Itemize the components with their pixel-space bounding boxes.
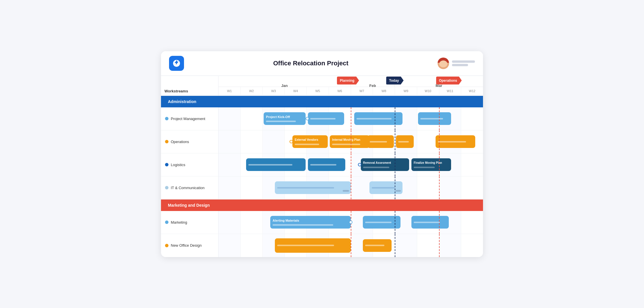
wbg2: [241, 130, 263, 153]
bar-inner8: [398, 141, 409, 142]
handle-it2: [396, 190, 401, 192]
wbg10: [417, 234, 439, 257]
wbg1: [218, 107, 241, 130]
wbg9: [395, 234, 417, 257]
header: Office Relocation Project: [161, 51, 483, 76]
bar-inner4: [420, 118, 443, 119]
milestone-alerting: [349, 220, 352, 224]
bar-inner19: [277, 245, 334, 246]
bar-inner7: [370, 141, 387, 142]
wbg2: [241, 234, 263, 257]
user-info: [438, 58, 475, 69]
dot-it: [165, 186, 168, 189]
week-w11: W11: [439, 87, 461, 95]
wbg2: [241, 107, 263, 130]
bar-finalize: Finalize Moving Plan: [411, 158, 451, 171]
wbg10: [417, 176, 439, 199]
bar-pm2: [308, 112, 344, 125]
wbg12: [461, 234, 483, 257]
gantt-wrapper: Workstreams Planning Today Operations Ja…: [161, 76, 483, 257]
week-w7: W7: [351, 87, 373, 95]
bar-inner9: [438, 141, 466, 142]
flag-today: Today: [386, 77, 403, 85]
milestone-ext-vendors: [290, 140, 293, 143]
row-label-mkt: Marketing: [161, 211, 218, 234]
bar-ops3: [367, 135, 394, 148]
month-jan: Jan: [218, 85, 351, 87]
avatar: [438, 58, 449, 69]
flag-operations: Operations: [436, 77, 462, 85]
week-w9: W9: [395, 87, 417, 95]
bar-kickoff: Project Kick-Off: [264, 112, 305, 125]
bar-removal: Removal Assesment: [361, 158, 409, 171]
dot-log: [165, 163, 168, 166]
wbg12: [461, 211, 483, 234]
month-mar: Mar: [395, 85, 483, 87]
wbg2: [241, 211, 263, 234]
row-logistics: Logistics Removal Assesment: [161, 153, 483, 176]
bar-log2: [308, 158, 345, 171]
week-w6: W6: [329, 87, 351, 95]
wbg1: [218, 130, 241, 153]
user-line-1: [452, 60, 475, 63]
wbg11: [439, 176, 461, 199]
gantt-cells-nod: [218, 234, 483, 257]
row-label-log: Logistics: [161, 153, 218, 176]
bar-external-vendors: External Vendors: [292, 135, 328, 148]
row-label-nod: New Office Design: [161, 234, 218, 257]
week-w10: W10: [417, 87, 439, 95]
bar-inner11: [310, 164, 336, 166]
row-new-office: New Office Design: [161, 234, 483, 257]
wbg2: [241, 176, 263, 199]
gantt-cells-ops: External Vendors Internal Moving Plan: [218, 130, 483, 153]
wbg12: [461, 176, 483, 199]
bar-inner3: [356, 118, 392, 119]
week-w12: W12: [461, 87, 483, 95]
bar-inner6: [332, 144, 360, 145]
wbg1: [218, 176, 241, 199]
bar-ops4: [396, 135, 413, 148]
bar-inner: [266, 121, 296, 122]
bar-it1: [275, 181, 351, 194]
handle-it1: [343, 190, 349, 192]
bar-mkt3: [411, 216, 449, 229]
row-label-pm: Project Management: [161, 107, 218, 130]
gantt-cells-mkt: Alerting Materials: [218, 211, 483, 234]
bar-inner18: [414, 222, 440, 223]
wbg11: [439, 234, 461, 257]
flag-planning: Planning: [337, 77, 359, 85]
wbg1: [218, 211, 241, 234]
bar-inner13: [414, 167, 435, 168]
bar-nod1: [275, 238, 351, 253]
row-label-ops: Operations: [161, 130, 218, 153]
milestone-kickoff: [306, 117, 309, 120]
section-administration: Administration: [161, 96, 483, 107]
dot-mkt: [165, 220, 168, 224]
row-label-it: IT & Communication: [161, 176, 218, 199]
dot-pm: [165, 117, 168, 120]
bar-inner17: [365, 222, 391, 223]
user-line-2: [452, 64, 468, 66]
week-w8: W8: [373, 87, 395, 95]
wbg1: [218, 234, 241, 257]
bar-alerting: Alerting Materials: [270, 216, 351, 229]
bar-pm3: [354, 112, 403, 125]
gantt-cells-it: [218, 176, 483, 199]
bar-inner20: [365, 245, 384, 246]
bar-inner10: [248, 164, 292, 166]
row-operations: Operations External Vendors Internal Mov…: [161, 130, 483, 153]
bar-inner15: [372, 187, 394, 189]
wbg12: [461, 107, 483, 130]
week-w4: W4: [285, 87, 307, 95]
dot-nod: [165, 244, 168, 247]
row-it: IT & Communication: [161, 176, 483, 199]
logo: [169, 56, 184, 71]
bar-inner12: [363, 167, 390, 168]
main-container: Office Relocation Project Workstreams Pl…: [161, 51, 483, 257]
bar-pm4: [418, 112, 451, 125]
gantt-cells-pm: Project Kick-Off: [218, 107, 483, 130]
bar-ops5: [436, 135, 475, 148]
bar-mkt2: [363, 216, 400, 229]
bar-it2: [369, 181, 402, 194]
bar-inner5: [295, 144, 319, 145]
